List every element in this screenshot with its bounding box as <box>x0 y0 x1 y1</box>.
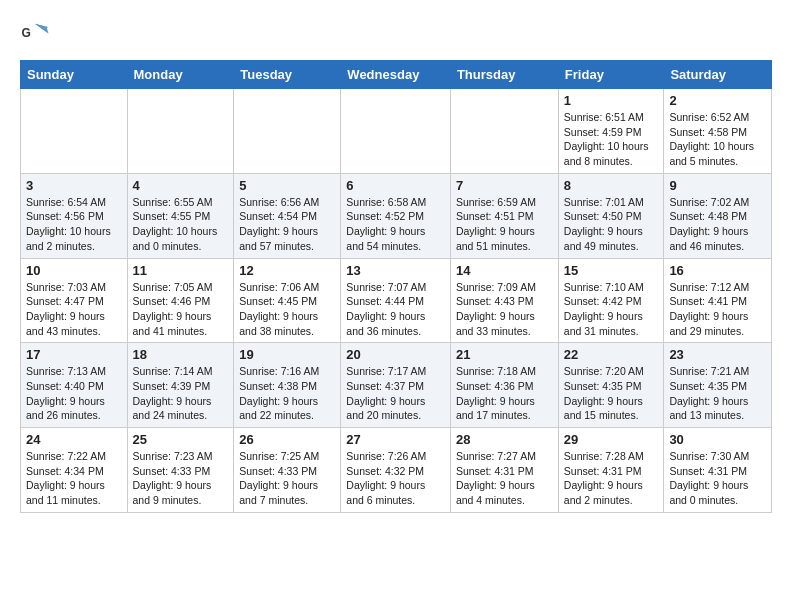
day-info: Sunrise: 7:22 AM Sunset: 4:34 PM Dayligh… <box>26 449 122 508</box>
day-number: 19 <box>239 347 335 362</box>
calendar-cell: 18Sunrise: 7:14 AM Sunset: 4:39 PM Dayli… <box>127 343 234 428</box>
svg-marker-2 <box>35 24 49 34</box>
calendar-week-4: 17Sunrise: 7:13 AM Sunset: 4:40 PM Dayli… <box>21 343 772 428</box>
day-number: 16 <box>669 263 766 278</box>
day-info: Sunrise: 7:26 AM Sunset: 4:32 PM Dayligh… <box>346 449 445 508</box>
day-info: Sunrise: 7:02 AM Sunset: 4:48 PM Dayligh… <box>669 195 766 254</box>
day-info: Sunrise: 7:14 AM Sunset: 4:39 PM Dayligh… <box>133 364 229 423</box>
svg-text:G: G <box>22 26 31 40</box>
day-info: Sunrise: 6:52 AM Sunset: 4:58 PM Dayligh… <box>669 110 766 169</box>
day-info: Sunrise: 6:56 AM Sunset: 4:54 PM Dayligh… <box>239 195 335 254</box>
calendar-cell: 3Sunrise: 6:54 AM Sunset: 4:56 PM Daylig… <box>21 173 128 258</box>
calendar-cell <box>21 89 128 174</box>
day-info: Sunrise: 7:03 AM Sunset: 4:47 PM Dayligh… <box>26 280 122 339</box>
day-number: 3 <box>26 178 122 193</box>
calendar-cell: 15Sunrise: 7:10 AM Sunset: 4:42 PM Dayli… <box>558 258 664 343</box>
calendar-cell: 27Sunrise: 7:26 AM Sunset: 4:32 PM Dayli… <box>341 428 451 513</box>
day-number: 25 <box>133 432 229 447</box>
day-header-wednesday: Wednesday <box>341 61 451 89</box>
day-number: 2 <box>669 93 766 108</box>
calendar-cell: 28Sunrise: 7:27 AM Sunset: 4:31 PM Dayli… <box>450 428 558 513</box>
day-number: 17 <box>26 347 122 362</box>
day-number: 6 <box>346 178 445 193</box>
day-info: Sunrise: 6:55 AM Sunset: 4:55 PM Dayligh… <box>133 195 229 254</box>
calendar-cell: 30Sunrise: 7:30 AM Sunset: 4:31 PM Dayli… <box>664 428 772 513</box>
calendar-week-2: 3Sunrise: 6:54 AM Sunset: 4:56 PM Daylig… <box>21 173 772 258</box>
calendar-cell <box>450 89 558 174</box>
day-number: 9 <box>669 178 766 193</box>
day-info: Sunrise: 7:01 AM Sunset: 4:50 PM Dayligh… <box>564 195 659 254</box>
day-number: 15 <box>564 263 659 278</box>
day-header-friday: Friday <box>558 61 664 89</box>
calendar-cell: 19Sunrise: 7:16 AM Sunset: 4:38 PM Dayli… <box>234 343 341 428</box>
day-number: 21 <box>456 347 553 362</box>
calendar-header-row: SundayMondayTuesdayWednesdayThursdayFrid… <box>21 61 772 89</box>
day-info: Sunrise: 7:06 AM Sunset: 4:45 PM Dayligh… <box>239 280 335 339</box>
day-number: 5 <box>239 178 335 193</box>
day-number: 27 <box>346 432 445 447</box>
day-header-saturday: Saturday <box>664 61 772 89</box>
calendar-cell <box>127 89 234 174</box>
calendar-cell: 8Sunrise: 7:01 AM Sunset: 4:50 PM Daylig… <box>558 173 664 258</box>
day-header-tuesday: Tuesday <box>234 61 341 89</box>
calendar-cell: 20Sunrise: 7:17 AM Sunset: 4:37 PM Dayli… <box>341 343 451 428</box>
day-number: 13 <box>346 263 445 278</box>
calendar-cell: 24Sunrise: 7:22 AM Sunset: 4:34 PM Dayli… <box>21 428 128 513</box>
day-info: Sunrise: 7:13 AM Sunset: 4:40 PM Dayligh… <box>26 364 122 423</box>
calendar-cell: 7Sunrise: 6:59 AM Sunset: 4:51 PM Daylig… <box>450 173 558 258</box>
day-info: Sunrise: 7:30 AM Sunset: 4:31 PM Dayligh… <box>669 449 766 508</box>
calendar-cell: 21Sunrise: 7:18 AM Sunset: 4:36 PM Dayli… <box>450 343 558 428</box>
day-info: Sunrise: 7:16 AM Sunset: 4:38 PM Dayligh… <box>239 364 335 423</box>
calendar-cell: 22Sunrise: 7:20 AM Sunset: 4:35 PM Dayli… <box>558 343 664 428</box>
day-info: Sunrise: 7:17 AM Sunset: 4:37 PM Dayligh… <box>346 364 445 423</box>
day-number: 23 <box>669 347 766 362</box>
day-number: 24 <box>26 432 122 447</box>
day-number: 14 <box>456 263 553 278</box>
day-info: Sunrise: 7:23 AM Sunset: 4:33 PM Dayligh… <box>133 449 229 508</box>
day-number: 11 <box>133 263 229 278</box>
calendar-cell <box>234 89 341 174</box>
day-number: 8 <box>564 178 659 193</box>
day-info: Sunrise: 7:09 AM Sunset: 4:43 PM Dayligh… <box>456 280 553 339</box>
calendar-cell: 5Sunrise: 6:56 AM Sunset: 4:54 PM Daylig… <box>234 173 341 258</box>
day-header-thursday: Thursday <box>450 61 558 89</box>
page-header: G <box>20 20 772 50</box>
day-info: Sunrise: 7:12 AM Sunset: 4:41 PM Dayligh… <box>669 280 766 339</box>
day-number: 7 <box>456 178 553 193</box>
day-number: 22 <box>564 347 659 362</box>
day-info: Sunrise: 7:05 AM Sunset: 4:46 PM Dayligh… <box>133 280 229 339</box>
day-number: 29 <box>564 432 659 447</box>
logo-icon: G <box>20 20 50 50</box>
day-number: 12 <box>239 263 335 278</box>
calendar-cell <box>341 89 451 174</box>
calendar-cell: 16Sunrise: 7:12 AM Sunset: 4:41 PM Dayli… <box>664 258 772 343</box>
day-number: 1 <box>564 93 659 108</box>
day-number: 30 <box>669 432 766 447</box>
calendar-week-5: 24Sunrise: 7:22 AM Sunset: 4:34 PM Dayli… <box>21 428 772 513</box>
day-info: Sunrise: 7:25 AM Sunset: 4:33 PM Dayligh… <box>239 449 335 508</box>
calendar-table: SundayMondayTuesdayWednesdayThursdayFrid… <box>20 60 772 513</box>
calendar-cell: 17Sunrise: 7:13 AM Sunset: 4:40 PM Dayli… <box>21 343 128 428</box>
day-info: Sunrise: 7:27 AM Sunset: 4:31 PM Dayligh… <box>456 449 553 508</box>
day-info: Sunrise: 7:18 AM Sunset: 4:36 PM Dayligh… <box>456 364 553 423</box>
day-number: 4 <box>133 178 229 193</box>
day-info: Sunrise: 6:51 AM Sunset: 4:59 PM Dayligh… <box>564 110 659 169</box>
calendar-cell: 26Sunrise: 7:25 AM Sunset: 4:33 PM Dayli… <box>234 428 341 513</box>
day-info: Sunrise: 7:21 AM Sunset: 4:35 PM Dayligh… <box>669 364 766 423</box>
calendar-week-1: 1Sunrise: 6:51 AM Sunset: 4:59 PM Daylig… <box>21 89 772 174</box>
day-info: Sunrise: 6:58 AM Sunset: 4:52 PM Dayligh… <box>346 195 445 254</box>
calendar-cell: 9Sunrise: 7:02 AM Sunset: 4:48 PM Daylig… <box>664 173 772 258</box>
calendar-cell: 11Sunrise: 7:05 AM Sunset: 4:46 PM Dayli… <box>127 258 234 343</box>
day-info: Sunrise: 6:59 AM Sunset: 4:51 PM Dayligh… <box>456 195 553 254</box>
day-info: Sunrise: 7:10 AM Sunset: 4:42 PM Dayligh… <box>564 280 659 339</box>
day-info: Sunrise: 7:07 AM Sunset: 4:44 PM Dayligh… <box>346 280 445 339</box>
calendar-cell: 10Sunrise: 7:03 AM Sunset: 4:47 PM Dayli… <box>21 258 128 343</box>
calendar-cell: 25Sunrise: 7:23 AM Sunset: 4:33 PM Dayli… <box>127 428 234 513</box>
calendar-cell: 2Sunrise: 6:52 AM Sunset: 4:58 PM Daylig… <box>664 89 772 174</box>
day-number: 10 <box>26 263 122 278</box>
day-number: 18 <box>133 347 229 362</box>
day-number: 28 <box>456 432 553 447</box>
calendar-cell: 14Sunrise: 7:09 AM Sunset: 4:43 PM Dayli… <box>450 258 558 343</box>
calendar-week-3: 10Sunrise: 7:03 AM Sunset: 4:47 PM Dayli… <box>21 258 772 343</box>
day-info: Sunrise: 7:28 AM Sunset: 4:31 PM Dayligh… <box>564 449 659 508</box>
